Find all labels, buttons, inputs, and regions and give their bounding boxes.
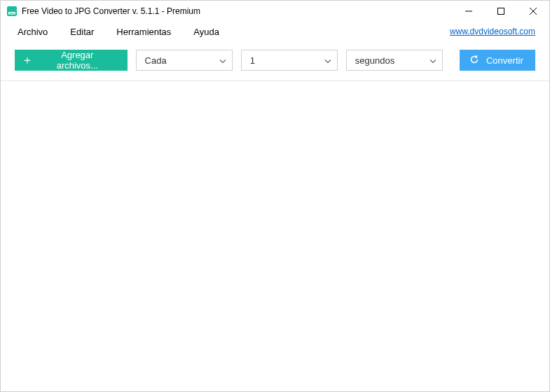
close-button[interactable] [517,1,549,22]
file-list-area [1,81,549,391]
menu-archivo[interactable]: Archivo [11,24,55,40]
site-link[interactable]: www.dvdvideosoft.com [450,27,535,36]
chevron-down-icon [324,55,331,66]
count-select[interactable]: 1 [241,50,338,71]
menu-editar[interactable]: Editar [63,24,101,40]
add-files-label: Agregar archivos... [40,50,115,71]
unit-select[interactable]: segundos [346,50,443,71]
svg-text:JPG: JPG [9,12,15,15]
unit-select-value: segundos [355,55,394,66]
maximize-button[interactable] [485,1,517,22]
chevron-down-icon [219,55,226,66]
every-select[interactable]: Cada [136,50,233,71]
titlebar: JPG Free Video to JPG Converter v. 5.1.1… [1,1,549,22]
refresh-icon [469,55,479,66]
every-select-value: Cada [145,55,167,66]
app-icon: JPG [6,6,18,17]
window-title: Free Video to JPG Converter v. 5.1.1 - P… [22,6,200,16]
chevron-down-icon [429,55,436,66]
toolbar: ＋ Agregar archivos... Cada 1 segundos Co… [1,41,549,81]
convert-label: Convertir [486,55,523,66]
plus-icon: ＋ [22,55,33,66]
menubar: Archivo Editar Herramientas Ayuda www.dv… [1,22,549,41]
svg-rect-4 [498,8,504,15]
window-controls [453,1,549,22]
convert-button[interactable]: Convertir [460,50,535,71]
add-files-button[interactable]: ＋ Agregar archivos... [15,50,128,71]
menu-herramientas[interactable]: Herramientas [109,24,178,40]
menu-ayuda[interactable]: Ayuda [186,24,226,40]
minimize-button[interactable] [453,1,485,22]
count-select-value: 1 [250,55,255,66]
